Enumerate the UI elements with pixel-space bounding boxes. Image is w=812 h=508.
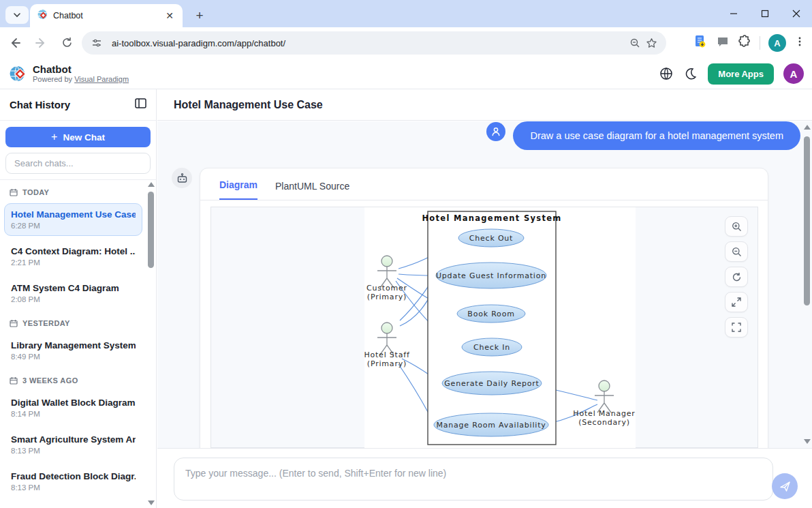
- user-message-bubble: Draw a use case diagram for a hotel mana…: [513, 121, 800, 150]
- svg-text:Check Out: Check Out: [469, 234, 513, 243]
- svg-text:(Primary): (Primary): [367, 359, 407, 368]
- calendar-icon: [10, 376, 18, 385]
- message-input[interactable]: [174, 458, 773, 500]
- new-chat-button[interactable]: +New Chat: [5, 127, 151, 147]
- chat-group-header: YESTERDAY: [0, 311, 146, 330]
- svg-text:Book Room: Book Room: [467, 310, 514, 318]
- calendar-icon: [10, 188, 18, 196]
- svg-text:Update Guest Information: Update Guest Information: [436, 271, 546, 280]
- window-close-button[interactable]: [781, 0, 812, 27]
- user-message-avatar: [486, 122, 505, 141]
- site-settings-icon[interactable]: [89, 35, 105, 51]
- chat-messages-area: Draw a use case diagram for a hotel mana…: [157, 121, 812, 448]
- tab-title: Chatbot: [53, 11, 158, 20]
- url-text: ai-toolbox.visual-paradigm.com/app/chatb…: [112, 38, 627, 48]
- tab-search-button[interactable]: [5, 6, 29, 24]
- svg-text:Generate Daily Report: Generate Daily Report: [444, 379, 539, 388]
- chat-item[interactable]: Hotel Management Use Case 6:28 PM: [4, 203, 142, 236]
- language-globe-icon[interactable]: [659, 66, 674, 81]
- zoom-out-button[interactable]: [725, 241, 748, 262]
- back-button[interactable]: [5, 33, 25, 53]
- bookmark-star-icon[interactable]: [643, 35, 659, 51]
- svg-text:Customer: Customer: [366, 284, 407, 293]
- chat-item[interactable]: ATM System C4 Diagram 2:08 PM: [4, 277, 142, 310]
- powered-by-text: Powered by Visual Paradigm: [33, 75, 129, 83]
- browser-titlebar: Chatbot ✕ +: [0, 0, 812, 27]
- usecase-diagram-image: Hotel Management System Check Out Update…: [364, 207, 636, 448]
- zoom-page-icon[interactable]: [627, 35, 643, 51]
- chat-scrollbar[interactable]: [802, 123, 811, 447]
- visual-paradigm-link[interactable]: Visual Paradigm: [74, 75, 129, 83]
- fullscreen-button[interactable]: [725, 317, 748, 338]
- more-apps-button[interactable]: More Apps: [708, 63, 774, 85]
- tab-close-icon[interactable]: ✕: [163, 10, 176, 22]
- svg-text:Check In: Check In: [473, 343, 510, 352]
- diagram-viewport[interactable]: Hotel Management System Check Out Update…: [210, 207, 758, 448]
- chat-item[interactable]: Smart Agriculture System Ar... 8:13 PM: [4, 428, 142, 461]
- search-chats-input[interactable]: [5, 153, 151, 174]
- calendar-icon: [10, 319, 18, 327]
- forward-button[interactable]: [31, 33, 50, 53]
- tab-plantuml-source[interactable]: PlantUML Source: [275, 181, 349, 200]
- page-title: Hotel Management Use Case: [174, 99, 323, 111]
- app-title: Chatbot: [33, 63, 129, 75]
- browser-profile-avatar[interactable]: A: [768, 34, 786, 52]
- svg-text:Hotel Manager: Hotel Manager: [573, 409, 635, 418]
- chat-history-list: TODAY Hotel Management Use Case 6:28 PM …: [0, 180, 146, 508]
- window-minimize-button[interactable]: [718, 0, 749, 27]
- new-tab-button[interactable]: +: [191, 7, 208, 25]
- chat-group-header: TODAY: [0, 180, 146, 199]
- send-plane-icon: [779, 481, 791, 492]
- expand-button[interactable]: [725, 292, 748, 312]
- svg-text:(Secondary): (Secondary): [578, 418, 630, 427]
- browser-menu-icon[interactable]: [794, 36, 805, 50]
- send-button[interactable]: [772, 473, 798, 499]
- chat-item[interactable]: Fraud Detection Block Diagr... 8:13 PM: [4, 465, 142, 498]
- chevron-down-icon: [13, 11, 21, 19]
- chat-item[interactable]: C4 Context Diagram: Hotel ... 2:21 PM: [4, 240, 142, 273]
- tab-favicon: [37, 9, 48, 23]
- url-bar[interactable]: ai-toolbox.visual-paradigm.com/app/chatb…: [82, 31, 666, 55]
- actor-hotel-staff: [377, 323, 396, 355]
- svg-text:Manage Room Availability: Manage Room Availability: [436, 421, 546, 430]
- bot-avatar: [172, 168, 192, 188]
- chat-history-title: Chat History: [10, 99, 70, 110]
- svg-text:Hotel Staff: Hotel Staff: [364, 350, 410, 359]
- svg-text:(Primary): (Primary): [367, 293, 407, 301]
- actor-hotel-manager: [595, 380, 614, 413]
- actor-customer: [377, 256, 396, 288]
- reload-button[interactable]: [57, 33, 76, 53]
- robot-icon: [176, 173, 188, 184]
- app-logo: [8, 64, 27, 86]
- sidebar-scrollbar[interactable]: [146, 180, 155, 508]
- toolbar-divider: [760, 36, 760, 50]
- composer-bar: [157, 448, 812, 508]
- zoom-in-button[interactable]: [725, 216, 748, 237]
- reset-zoom-button[interactable]: [725, 267, 748, 287]
- browser-tab[interactable]: Chatbot ✕: [30, 4, 183, 27]
- chat-item[interactable]: Library Management System... 8:49 PM: [4, 334, 142, 367]
- chat-group-header: 3 WEEKS AGO: [0, 368, 146, 387]
- dark-mode-moon-icon[interactable]: [683, 66, 698, 81]
- docs-offline-extension-icon[interactable]: [693, 34, 708, 52]
- tab-diagram[interactable]: Diagram: [219, 179, 257, 200]
- assistant-response-card: Diagram PlantUML Source: [200, 168, 768, 448]
- extensions-puzzle-icon[interactable]: [738, 35, 751, 51]
- chat-item[interactable]: Digital Wallet Block Diagram 8:14 PM: [4, 391, 142, 424]
- sidepanel-extension-icon[interactable]: [716, 35, 730, 51]
- person-icon: [490, 126, 501, 137]
- plus-icon: +: [51, 131, 57, 143]
- window-maximize-button[interactable]: [749, 0, 781, 27]
- collapse-sidebar-icon[interactable]: [135, 98, 146, 111]
- app-user-avatar[interactable]: A: [783, 63, 804, 84]
- system-title: Hotel Management System: [422, 213, 561, 223]
